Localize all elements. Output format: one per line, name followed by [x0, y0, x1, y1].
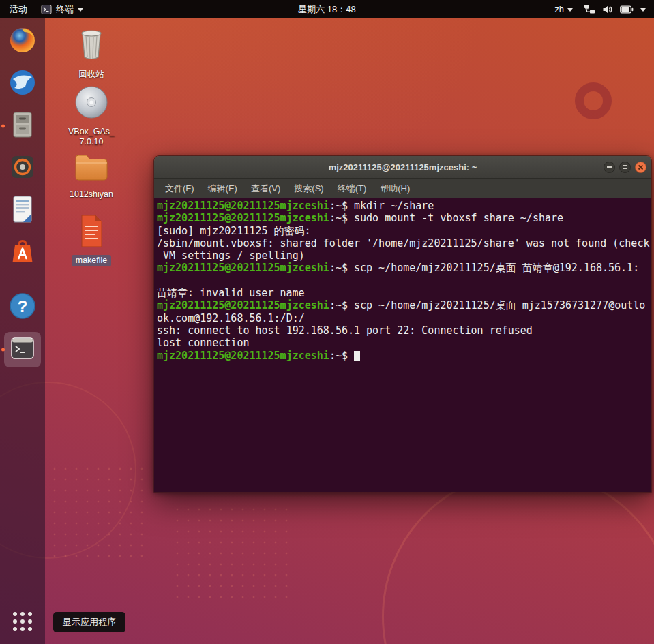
- terminal-text-segment: mjz20211125@20211125mjzceshi: [157, 262, 329, 274]
- dock: ?: [0, 18, 45, 644]
- terminal-titlebar[interactable]: mjz20211125@20211125mjzceshi: ~: [154, 156, 651, 179]
- wallpaper-ring: [382, 470, 654, 644]
- desktop-icon-label: makefile: [72, 255, 112, 266]
- maximize-button[interactable]: [619, 162, 631, 173]
- terminal-line: ok.com@192.168.56.1:/D:/: [157, 312, 649, 324]
- terminal-text-segment: VM settings / spelling): [157, 249, 305, 262]
- terminal-line: [sudo] mjz20211125 的密码:: [157, 225, 649, 237]
- terminal-text-segment: mjz20211125@20211125mjzceshi: [157, 200, 329, 212]
- terminal-line: lost connection: [157, 337, 649, 349]
- system-status-area[interactable]: [584, 4, 646, 14]
- terminal-text-segment: :~$ scp ~/home/mjz20211125/桌面 苗靖章@192.16…: [329, 262, 639, 274]
- dock-item-libreoffice-writer[interactable]: [4, 193, 41, 228]
- terminal-menubar: 文件(F) 编辑(E) 查看(V) 搜索(S) 终端(T) 帮助(H): [154, 179, 651, 198]
- close-button[interactable]: [635, 162, 646, 173]
- terminal-line: mjz20211125@20211125mjzceshi:~$ sudo mou…: [157, 212, 649, 224]
- terminal-line: VM settings / spelling): [157, 249, 649, 262]
- minimize-button[interactable]: [604, 162, 615, 173]
- dock-item-files[interactable]: [4, 108, 41, 144]
- network-icon: [584, 4, 595, 14]
- terminal-text-segment: :~$ sudo mount -t vboxsf share ~/share: [329, 212, 563, 224]
- dock-item-ubuntu-software[interactable]: [4, 235, 41, 271]
- terminal-line: 苗靖章: invalid user name: [157, 287, 649, 299]
- libreoffice-writer-icon: [10, 195, 35, 226]
- chevron-down-icon: [640, 8, 646, 12]
- dock-item-firefox[interactable]: [4, 24, 41, 59]
- volume-icon: [602, 5, 613, 14]
- desktop-icon-trash[interactable]: 回收站: [65, 25, 118, 80]
- terminal-line: mjz20211125@20211125mjzceshi:~$ scp ~/ho…: [157, 262, 649, 274]
- terminal-cursor: [354, 351, 360, 361]
- maximize-icon: [623, 165, 627, 169]
- dock-item-thunderbird[interactable]: [4, 66, 41, 102]
- focused-app-label: 终端: [56, 3, 74, 16]
- running-indicator-dot: [1, 348, 5, 352]
- terminal-line: ssh: connect to host 192.168.56.1 port 2…: [157, 324, 649, 337]
- close-icon: [638, 164, 644, 170]
- optical-disc-icon: [73, 85, 110, 124]
- terminal-text-segment: :~$ mkdir ~/share: [329, 200, 434, 212]
- svg-text:?: ?: [18, 297, 28, 316]
- terminal-line: /sbin/mount.vboxsf: shared folder '/home…: [157, 237, 649, 249]
- ubuntu-software-icon: [9, 237, 36, 269]
- desktop-icon-label: 回收站: [78, 70, 104, 80]
- clock[interactable]: 星期六 18：48: [298, 3, 356, 16]
- menu-search[interactable]: 搜索(S): [287, 179, 330, 198]
- input-source-indicator[interactable]: zh: [554, 4, 573, 14]
- dock-item-terminal[interactable]: [4, 332, 41, 367]
- input-source-label: zh: [554, 4, 564, 14]
- focused-app-menu[interactable]: 终端: [41, 3, 83, 16]
- files-icon: [9, 110, 36, 142]
- trash-icon: [73, 25, 110, 67]
- show-apps-tooltip: 显示应用程序: [53, 612, 125, 632]
- menu-file[interactable]: 文件(F): [158, 179, 201, 198]
- help-icon: ?: [8, 292, 37, 323]
- terminal-line: mjz20211125@20211125mjzceshi:~$ scp ~/ho…: [157, 299, 649, 311]
- terminal-text-segment: mjz20211125@20211125mjzceshi: [157, 212, 329, 224]
- activities-button[interactable]: 活动: [10, 3, 27, 16]
- terminal-text-segment: 苗靖章: invalid user name: [157, 287, 305, 299]
- desktop-icon-folder-1012shiyan[interactable]: 1012shiyan: [65, 150, 118, 200]
- desktop-icon-makefile[interactable]: makefile: [65, 213, 118, 266]
- chevron-down-icon: [78, 8, 83, 12]
- terminal-text-segment: lost connection: [157, 337, 249, 349]
- terminal-text-segment: :~$ scp ~/home/mjz20211125/桌面 mjz1573673…: [329, 299, 645, 311]
- firefox-icon: [8, 26, 37, 57]
- wallpaper-dot-pattern: [49, 463, 151, 566]
- chevron-down-icon: [567, 8, 573, 12]
- menu-view[interactable]: 查看(V): [244, 179, 287, 198]
- dock-item-help[interactable]: ?: [4, 290, 41, 325]
- terminal-text-segment: ok.com@192.168.56.1:/D:/: [157, 312, 305, 324]
- desktop-icon-label: VBox_GAs_ 7.0.10: [68, 127, 115, 147]
- wallpaper-ring: [575, 82, 612, 119]
- menu-edit[interactable]: 编辑(E): [201, 179, 244, 198]
- thunderbird-icon: [8, 68, 37, 99]
- terminal-text-segment: :~$: [329, 350, 354, 362]
- terminal-line: [157, 275, 649, 287]
- wallpaper-dot-pattern: [172, 504, 288, 600]
- window-title: mjz20211125@20211125mjzceshi: ~: [329, 162, 477, 172]
- terminal-window: mjz20211125@20211125mjzceshi: ~ 文件(F) 编辑…: [153, 155, 652, 493]
- terminal-line: mjz20211125@20211125mjzceshi:~$ mkdir ~/…: [157, 200, 649, 212]
- terminal-text-segment: ssh: connect to host 192.168.56.1 port 2…: [157, 324, 533, 337]
- terminal-text-segment: [sudo] mjz20211125 的密码:: [157, 225, 311, 237]
- terminal-app-icon: [41, 4, 52, 15]
- terminal-line: mjz20211125@20211125mjzceshi:~$: [157, 350, 649, 362]
- terminal-output[interactable]: mjz20211125@20211125mjzceshi:~$ mkdir ~/…: [154, 198, 651, 493]
- menu-terminal[interactable]: 终端(T): [331, 179, 374, 198]
- show-applications-button[interactable]: [4, 606, 41, 637]
- dock-item-rhythmbox[interactable]: [4, 151, 41, 186]
- app-grid-icon: [13, 612, 32, 631]
- terminal-text-segment: mjz20211125@20211125mjzceshi: [157, 299, 329, 311]
- terminal-text-segment: mjz20211125@20211125mjzceshi: [157, 350, 329, 362]
- top-bar: 活动 终端 星期六 18：48 zh: [0, 0, 654, 18]
- running-indicator-dot: [1, 125, 5, 128]
- battery-icon: [620, 5, 634, 14]
- rhythmbox-icon: [9, 153, 36, 183]
- document-icon: [74, 213, 108, 252]
- menu-help[interactable]: 帮助(H): [373, 179, 417, 198]
- terminal-dock-icon: [9, 335, 36, 365]
- desktop-icon-label: 1012shiyan: [70, 189, 113, 200]
- folder-icon: [72, 150, 110, 187]
- desktop-icon-vbox-guest-additions[interactable]: VBox_GAs_ 7.0.10: [65, 85, 118, 147]
